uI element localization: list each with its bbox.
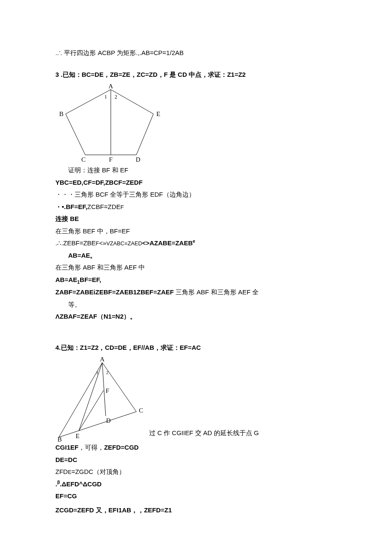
label-2: 2 bbox=[115, 94, 117, 100]
figure-2: A 1 2 F C D E B bbox=[55, 356, 145, 442]
text-line: .∴ 平行四边形 ACBP 为矩形.,.AB=CP=1/2AB bbox=[55, 47, 337, 59]
proof-line: 过 C 作 CGIIEF 交 AD 的延长线于点 G bbox=[149, 427, 259, 439]
label-D: D bbox=[106, 417, 111, 424]
proof-line: .∴.ZEBF=ZBEF<»VZABC=ZAED<>AZABE=ZAEBe bbox=[55, 237, 337, 250]
page: .∴ 平行四边形 ACBP 为矩形.,.AB=CP=1/2AB 3 .已知：BC… bbox=[0, 0, 392, 555]
label-B: B bbox=[59, 110, 63, 117]
problem-3-statement: 3 .已知：BC=DE，ZB=ZE，ZC=ZD，F 是 CD 中点，求证：Z1=… bbox=[55, 69, 337, 81]
label-F: F bbox=[106, 387, 109, 394]
proof-line: ZFDE=ZGDC（对顶角） bbox=[55, 466, 337, 478]
proof-line: CGI1EF，可得，ZEFD=CGD bbox=[55, 442, 337, 454]
figure-1: A 1 2 B E C F D bbox=[55, 83, 337, 164]
proof-line: .β.ΔEFD^ΔCGD bbox=[55, 478, 337, 491]
pentagon-diagram: A 1 2 B E C F D bbox=[55, 83, 166, 164]
label-C: C bbox=[139, 407, 143, 414]
proof-line: 证明：连接 BF 和 EF bbox=[55, 164, 337, 177]
proof-line: ZABF=ZABEiZEBF=ZAEB1ZBEF=ZAEF 三角形 ABF 和三… bbox=[55, 286, 337, 299]
label-B: B bbox=[58, 436, 62, 442]
proof-line: YBC=ED,CF=DF,ZBCF=ZEDF bbox=[55, 177, 337, 189]
label-1: 1 bbox=[104, 94, 107, 100]
label-D: D bbox=[136, 156, 141, 163]
proof-line: AB=AE1BF=EF, bbox=[55, 274, 337, 287]
svg-line-1 bbox=[102, 363, 106, 416]
figure-2-row: A 1 2 F C D E B 过 C 作 CGIIEF 交 AD 的延长线于点… bbox=[55, 354, 337, 442]
label-E: E bbox=[75, 433, 79, 439]
proof-line: 等。 bbox=[55, 299, 337, 311]
proof-line: 在三角形 BEF 中，BF=EF bbox=[55, 225, 337, 238]
problem-4-statement: 4.已知：Z1=Z2，CD=DE，EF//AB，求证：EF=AC bbox=[55, 342, 337, 354]
proof-line: EF=CG bbox=[55, 490, 337, 503]
label-C: C bbox=[81, 156, 86, 163]
proof-line: AB=AE。 bbox=[55, 250, 337, 262]
proof-line: ・•.BF=EF,ZCBF=ZDEF bbox=[55, 201, 337, 213]
proof-line: DE=DC bbox=[55, 454, 337, 466]
label-A: A bbox=[100, 356, 105, 363]
triangle-diagram: A 1 2 F C D E B bbox=[55, 356, 145, 442]
label-F: F bbox=[109, 156, 112, 163]
proof-line: 在三角形 ABF 和三角形 AEF 中 bbox=[55, 262, 337, 274]
label-1: 1 bbox=[96, 370, 99, 375]
label-A: A bbox=[109, 83, 113, 90]
label-2: 2 bbox=[106, 370, 109, 375]
proof-line: ΛZBAF=ZEAF（N1=N2）。 bbox=[55, 311, 337, 323]
proof-line: ・・・三角形 BCF 全等于三角形 EDF（边角边） bbox=[55, 189, 337, 201]
proof-line: ZCGD=ZEFD 又，EFI1AB，，ZEFD=Z1 bbox=[55, 504, 337, 517]
label-E: E bbox=[156, 110, 160, 117]
proof-line: 连接 BE bbox=[55, 213, 337, 225]
